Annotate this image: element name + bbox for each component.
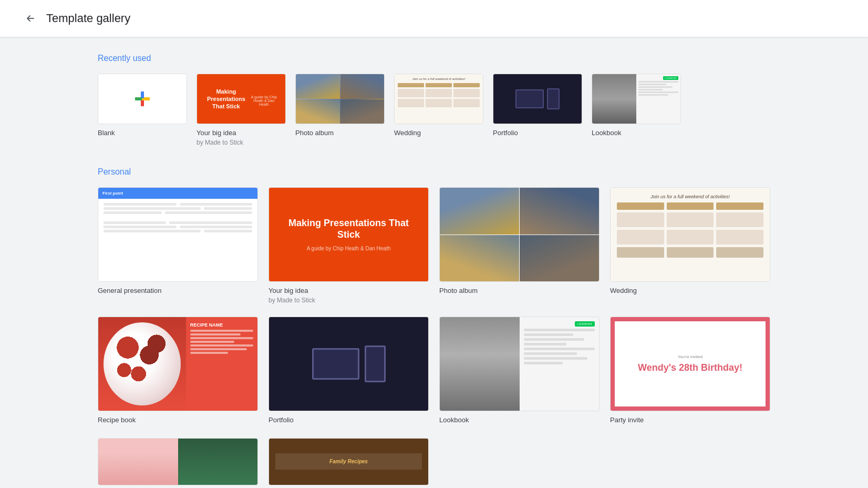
template-wedding-small[interactable]: Join us for a full weekend of activities…: [394, 74, 483, 146]
big-idea-lg-sub: A guide by Chip Heath & Dan Heath: [307, 246, 391, 251]
lookbook-lg-badge: LOOKBOOK: [575, 321, 595, 327]
template-big-idea-small[interactable]: Making Presentations That Stick A guide …: [197, 74, 286, 146]
template-blank[interactable]: Blank: [98, 74, 187, 146]
lookbook-lg-label: Lookbook: [439, 415, 600, 425]
template-party[interactable]: You're invited Wendy's 28th Birthday! Pa…: [610, 317, 770, 425]
back-button[interactable]: [21, 9, 40, 28]
big-idea-lg-author: by Made to Stick: [268, 297, 429, 304]
phone-lg-icon: [365, 345, 386, 382]
template-portfolio-lg[interactable]: Portfolio: [268, 317, 429, 425]
party-label: Party invite: [610, 415, 770, 425]
wedding-lg-header-text: Join us for a full weekend of activities…: [617, 194, 763, 199]
blank-label: Blank: [98, 128, 187, 138]
general-label: General presentation: [98, 286, 258, 296]
big-idea-thumb-title: Making Presentations That Stick: [203, 88, 249, 110]
template-photo-bottom[interactable]: [98, 438, 258, 488]
header: Template gallery: [0, 0, 868, 37]
photo-album-label: Photo album: [295, 128, 385, 138]
template-photo-album-lg[interactable]: Photo album: [439, 187, 600, 304]
personal-title: Personal: [98, 167, 770, 177]
phone-device-icon: [547, 88, 560, 109]
template-photo-album-small[interactable]: Photo album: [295, 74, 385, 146]
big-idea-author: by Made to Stick: [197, 139, 286, 146]
party-invited-text: You're invited: [678, 354, 703, 359]
template-wedding-lg[interactable]: Join us for a full weekend of activities…: [610, 187, 770, 304]
portfolio-lg-label: Portfolio: [268, 415, 429, 425]
party-title-text: Wendy's 28th Birthday!: [638, 362, 742, 374]
general-header-text: First point: [98, 188, 257, 199]
personal-section: Personal First point: [98, 167, 770, 488]
svg-rect-6: [135, 97, 142, 100]
template-general[interactable]: First point: [98, 187, 258, 304]
template-lookbook-small[interactable]: LOOKBOOK Lookbook: [592, 74, 681, 146]
template-portfolio-small[interactable]: Portfolio: [493, 74, 582, 146]
colored-cross-icon: [133, 89, 152, 108]
recently-used-title: Recently used: [98, 54, 770, 63]
recipe-title-text: RECIPE NAME: [190, 322, 253, 328]
template-recipe[interactable]: RECIPE NAME: [98, 317, 258, 425]
wedding-header-text: Join us for a full weekend of activities…: [398, 77, 480, 80]
recently-used-row: Blank Making Presentations That Stick A …: [98, 74, 770, 146]
big-idea-thumb-sub: A guide by Chip Heath & Dan Heath: [249, 95, 279, 106]
main-content: Recently used: [66, 37, 802, 488]
big-idea-label: Your big idea: [197, 128, 286, 138]
lookbook-badge: LOOKBOOK: [663, 76, 678, 80]
page-title: Template gallery: [46, 12, 130, 25]
portfolio-label: Portfolio: [493, 128, 582, 138]
photo-album-lg-label: Photo album: [439, 286, 600, 296]
laptop-lg-icon: [312, 348, 359, 380]
big-idea-lg-title: Making Presentations That Stick: [280, 218, 418, 240]
template-big-idea-lg[interactable]: Making Presentations That Stick A guide …: [268, 187, 429, 304]
recently-used-section: Recently used: [98, 54, 770, 146]
personal-grid: First point: [98, 187, 770, 425]
laptop-device-icon: [515, 89, 544, 108]
wedding-lg-label: Wedding: [610, 286, 770, 296]
big-idea-lg-label: Your big idea: [268, 286, 429, 296]
lookbook-label: Lookbook: [592, 128, 681, 138]
recipe-label: Recipe book: [98, 415, 258, 425]
template-lookbook-lg[interactable]: LOOKBOOK Lookbook: [439, 317, 600, 425]
bottom-row: Family Recipes: [98, 438, 770, 488]
family-recipe-title: Family Recipes: [281, 459, 417, 464]
wedding-label: Wedding: [394, 128, 483, 138]
template-family-recipe[interactable]: Family Recipes: [268, 438, 429, 488]
